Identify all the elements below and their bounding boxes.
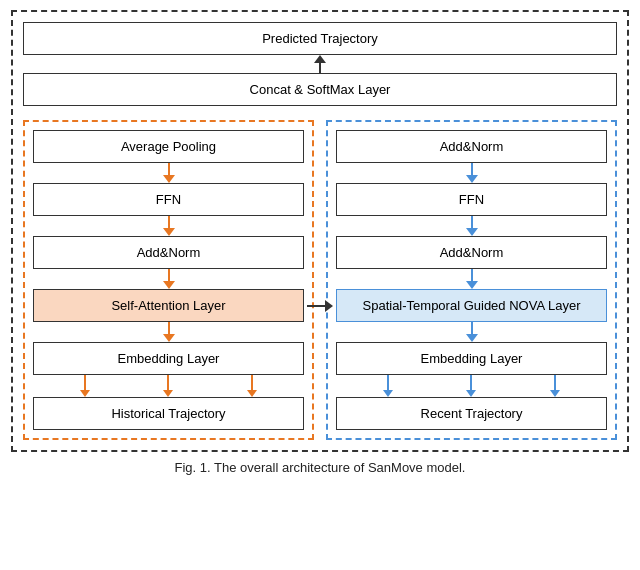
- outer-container: Predicted Trajectory Concat & SoftMax La…: [11, 10, 629, 452]
- arrow-addnorm-ffn-right: [336, 163, 607, 183]
- historical-trajectory-box: Historical Trajectory: [33, 397, 304, 430]
- arrow-hist-1: [80, 375, 90, 397]
- addnorm-right-top-box: Add&Norm: [336, 130, 607, 163]
- figure-caption: Fig. 1. The overall architecture of SanM…: [11, 460, 629, 475]
- arrow-recent-3: [550, 375, 560, 397]
- embedding-right-label: Embedding Layer: [421, 351, 523, 366]
- ffn-right-box: FFN: [336, 183, 607, 216]
- recent-trajectory-box: Recent Trajectory: [336, 397, 607, 430]
- ffn-left-label: FFN: [156, 192, 181, 207]
- predicted-trajectory-label: Predicted Trajectory: [262, 31, 378, 46]
- embedding-left-box: Embedding Layer: [33, 342, 304, 375]
- ffn-right-label: FFN: [459, 192, 484, 207]
- cross-arrow-icon: [307, 300, 333, 312]
- two-col-section: Average Pooling FFN Add&Norm: [23, 120, 617, 440]
- predicted-trajectory-box: Predicted Trajectory: [23, 22, 617, 55]
- arrow-selfattn-embed-left: [33, 322, 304, 342]
- arrow-hist-2: [163, 375, 173, 397]
- multi-arrows-left: [33, 375, 304, 397]
- addnorm-left-label: Add&Norm: [137, 245, 201, 260]
- recent-trajectory-label: Recent Trajectory: [421, 406, 523, 421]
- arrow-avg-ffn-left: [33, 163, 304, 183]
- embedding-left-label: Embedding Layer: [118, 351, 220, 366]
- arrow-ffn-addnorm-left: [33, 216, 304, 236]
- left-branch: Average Pooling FFN Add&Norm: [23, 120, 314, 440]
- embedding-right-box: Embedding Layer: [336, 342, 607, 375]
- addnorm-right-2nd-box: Add&Norm: [336, 236, 607, 269]
- right-branch: Add&Norm FFN Add&Norm: [326, 120, 617, 440]
- addnorm-left-box: Add&Norm: [33, 236, 304, 269]
- nova-box: Spatial-Temporal Guided NOVA Layer: [336, 289, 607, 322]
- avg-pooling-box: Average Pooling: [33, 130, 304, 163]
- diagram: Predicted Trajectory Concat & SoftMax La…: [11, 10, 629, 475]
- multi-arrows-right: [336, 375, 607, 397]
- concat-softmax-label: Concat & SoftMax Layer: [250, 82, 391, 97]
- arrow-addnorm-selfattn: [33, 269, 304, 289]
- nova-label: Spatial-Temporal Guided NOVA Layer: [363, 298, 581, 313]
- arrow-nova-embed-right: [336, 322, 607, 342]
- arrow-recent-2: [466, 375, 476, 397]
- arrow-predicted-to-concat: [23, 55, 617, 73]
- addnorm-right-top-label: Add&Norm: [440, 139, 504, 154]
- self-attention-box: Self-Attention Layer: [33, 289, 304, 322]
- arrow-recent-1: [383, 375, 393, 397]
- arrow-hist-3: [247, 375, 257, 397]
- ffn-left-box: FFN: [33, 183, 304, 216]
- arrow-ffn-addnorm2-right: [336, 216, 607, 236]
- arrow-addnorm2-nova: [336, 269, 607, 289]
- avg-pooling-label: Average Pooling: [121, 139, 216, 154]
- addnorm-right-2nd-label: Add&Norm: [440, 245, 504, 260]
- concat-softmax-box: Concat & SoftMax Layer: [23, 73, 617, 106]
- historical-trajectory-label: Historical Trajectory: [111, 406, 225, 421]
- self-attention-label: Self-Attention Layer: [111, 298, 225, 313]
